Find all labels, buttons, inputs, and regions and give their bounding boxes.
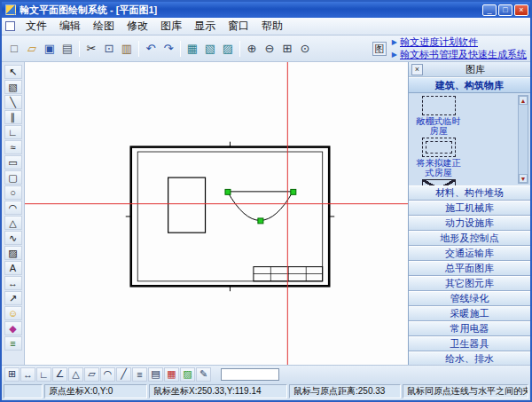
leader-icon[interactable]: ↗ [4,291,22,305]
redo-icon[interactable]: ↷ [160,40,177,57]
rounded-rect-icon[interactable]: ▢ [4,170,22,185]
spline-icon[interactable]: ∿ [4,231,22,245]
fill-color-icon[interactable]: ◆ [4,321,22,335]
library-category-button[interactable]: 施工机械库 [409,201,530,216]
mark-red-icon[interactable]: ▦ [164,367,179,382]
angle-line-icon[interactable]: ∟ [4,125,22,139]
selection-handle[interactable] [258,218,263,224]
library-category-button[interactable]: 管线绿化 [409,291,530,306]
library-category-button[interactable]: 其它图元库 [409,276,530,291]
library-active-category[interactable]: 建筑、构筑物库 [409,77,530,93]
menu-bar: 文件编辑绘图修改图库显示窗口帮助 [2,18,530,35]
text-icon[interactable]: A [4,261,22,275]
menu-item[interactable]: 显示 [188,18,222,35]
menu-item[interactable]: 窗口 [222,18,255,35]
save-icon[interactable]: ▣ [41,40,59,57]
library-category-button[interactable]: 卫生器具 [409,336,530,351]
mark-green-icon[interactable]: ▨ [180,367,195,382]
status-segment: 鼠标同原点连线与水平之间的夹角:25.45 [403,384,528,398]
arc-tool-icon[interactable]: ◠ [100,367,115,382]
undo-icon[interactable]: ↶ [142,40,160,57]
pan-icon[interactable]: ↔ [20,367,35,382]
open-icon[interactable]: ▱ [23,40,41,57]
menu-item[interactable]: 绘图 [87,18,121,35]
zoom-in-icon[interactable]: ⊕ [243,40,261,57]
parallel-lines-icon[interactable]: ∥ [4,110,22,124]
library-item[interactable]: 密闭式临时房屋 [412,179,465,185]
scroll-down-icon[interactable]: ▼ [519,174,528,183]
library-category-button[interactable]: 动力设施库 [409,216,530,231]
zoom-extents-icon[interactable]: ⊙ [296,40,314,57]
osnap-icon[interactable]: △ [68,367,83,382]
pencil-icon[interactable]: ✎ [196,367,211,382]
menu-item[interactable]: 帮助 [255,18,289,35]
library-panel-header: × 图库 [409,62,530,77]
tile-horizontal-icon[interactable]: ▦ [184,40,201,57]
ortho-icon[interactable]: ∟ [36,367,51,382]
library-item[interactable]: 将来拟建正式房屋 [412,138,465,177]
rectangle-icon[interactable]: ▭ [4,155,22,169]
layers-icon[interactable]: ≡ [4,336,22,351]
selection-handle[interactable] [291,189,296,194]
new-icon[interactable]: □ [5,40,23,57]
dimension-icon[interactable]: ↔ [4,276,22,290]
promo-link-row: ▶翰文标书管理及快速生成系统 [392,49,527,60]
tile-vertical-icon[interactable]: ▧ [201,40,219,57]
panel-toggle-icon[interactable]: ▱ [84,367,99,382]
restore-button[interactable]: □ [498,4,512,16]
line-tool-icon[interactable]: ╱ [116,367,131,382]
document-icon [5,21,15,31]
scroll-up-icon[interactable]: ▲ [519,96,528,105]
toolbar-separator [239,41,240,57]
building-rect[interactable] [168,177,206,233]
library-scrollbar[interactable]: ▲ ▼ [518,95,528,184]
menu-item[interactable]: 修改 [121,18,154,35]
polygon-icon[interactable]: △ [4,216,22,230]
library-item[interactable]: 敞棚式临时房屋 [412,96,465,136]
library-category-button[interactable]: 采暖施工 [409,306,530,321]
drawing-canvas[interactable] [25,62,408,365]
close-button[interactable]: × [514,4,528,16]
main-toolbar: □▱▣▤✂⊡▥↶↷▦▧▨⊕⊖⊞⊙ 图 ▶翰文进度计划软件▶翰文标书管理及快速生成… [2,35,530,62]
hatch-icon[interactable]: ▨ [4,246,22,260]
menu-item[interactable]: 图库 [154,18,188,35]
minimize-button[interactable]: _ [482,4,497,16]
print-preview-icon[interactable]: ▤ [59,40,76,57]
promo-link[interactable]: 翰文进度计划软件 [400,35,478,49]
cut-icon[interactable]: ✂ [82,40,100,57]
menu-item[interactable]: 编辑 [53,18,87,35]
frame-inner[interactable] [137,152,323,281]
grid-snap-icon[interactable]: ⊞ [4,367,20,382]
table-view-icon[interactable]: ▤ [148,367,163,382]
cascade-windows-icon[interactable]: ▨ [219,40,237,57]
arc-icon[interactable]: ◠ [4,201,22,215]
selection-handle[interactable] [225,189,231,194]
library-category-button[interactable]: 常用电器 [409,321,530,336]
promo-link[interactable]: 翰文标书管理及快速生成系统 [400,48,527,61]
frame-outer[interactable] [131,147,329,287]
wave-line-icon[interactable]: ≈ [4,140,22,154]
list-view-icon[interactable]: ≡ [132,367,147,382]
figure-icon[interactable]: ☺ [4,306,22,320]
library-category-button[interactable]: 材料、构件堆场 [409,185,530,201]
status-bar: 原点坐标X:0,Y:0鼠标坐标X:250.33,Y:119.14鼠标与原点距离:… [2,382,530,400]
ellipse-icon[interactable]: ○ [4,185,22,200]
panel-close-icon[interactable]: × [411,64,423,75]
arc-shape[interactable] [227,192,293,221]
dashed-rect-icon [422,96,456,115]
zoom-window-icon[interactable]: ⊞ [278,40,296,57]
library-category-button[interactable]: 总平面图库 [409,261,530,276]
select-icon[interactable]: ↖ [4,65,22,79]
copy-icon[interactable]: ⊡ [100,40,118,57]
node-edit-icon[interactable]: ▧ [4,80,22,94]
menu-item[interactable]: 文件 [20,18,53,35]
library-category-button[interactable]: 交通运输库 [409,246,530,261]
angle-snap-icon[interactable]: ∠ [52,367,67,382]
paste-icon[interactable]: ▥ [118,40,136,57]
zoom-out-icon[interactable]: ⊖ [261,40,278,57]
app-icon [5,4,16,15]
coordinate-input[interactable] [221,368,279,381]
line-icon[interactable]: ╲ [4,95,22,109]
library-category-button[interactable]: 地形及控制点 [409,231,530,246]
library-panel-toggle-button[interactable]: 图 [372,42,387,56]
